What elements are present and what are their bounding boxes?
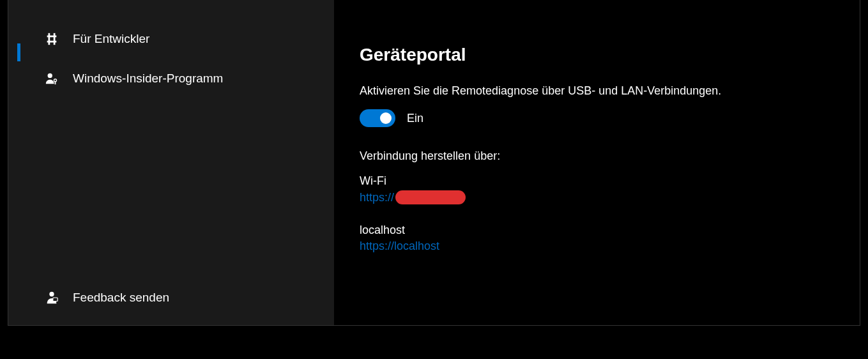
content-pane: Geräteportal Aktivieren Sie die Remotedi… bbox=[334, 0, 860, 325]
sidebar-spacer bbox=[8, 98, 334, 278]
svg-point-5 bbox=[54, 79, 56, 82]
connection-block-wifi: Wi-Fi https:// bbox=[360, 174, 834, 204]
connection-label: localhost bbox=[360, 224, 834, 237]
person-key-icon bbox=[43, 70, 60, 87]
toggle-row: Ein bbox=[360, 109, 834, 127]
sidebar-item-label: Windows-Insider-Programm bbox=[73, 72, 223, 86]
connection-label: Wi-Fi bbox=[360, 174, 834, 188]
svg-rect-3 bbox=[47, 41, 57, 43]
connection-link-row: https:// bbox=[360, 190, 834, 204]
connection-block-localhost: localhost https://localhost bbox=[360, 224, 834, 253]
toggle-state-label: Ein bbox=[407, 112, 423, 125]
toggle-knob bbox=[380, 112, 392, 124]
connection-link-row: https://localhost bbox=[360, 240, 834, 253]
sidebar-footer-feedback[interactable]: Feedback senden bbox=[8, 278, 334, 325]
svg-rect-8 bbox=[53, 298, 57, 302]
developer-icon bbox=[43, 31, 60, 47]
redacted-mark bbox=[395, 190, 466, 204]
svg-rect-1 bbox=[54, 33, 56, 45]
sidebar-item-label: Für Entwickler bbox=[73, 32, 149, 46]
svg-rect-2 bbox=[47, 36, 57, 38]
sidebar-item-for-developers[interactable]: Für Entwickler bbox=[8, 19, 334, 59]
svg-rect-0 bbox=[49, 33, 50, 45]
svg-point-4 bbox=[48, 73, 52, 78]
feedback-icon bbox=[43, 289, 60, 306]
connect-heading: Verbindung herstellen über: bbox=[360, 149, 834, 163]
sidebar-item-windows-insider[interactable]: Windows-Insider-Programm bbox=[8, 59, 334, 98]
settings-window: Für Entwickler Windows-Insider-Programm bbox=[8, 0, 860, 326]
sidebar: Für Entwickler Windows-Insider-Programm bbox=[8, 0, 334, 325]
wifi-url-link[interactable]: https:// bbox=[360, 191, 394, 204]
localhost-url-link[interactable]: https://localhost bbox=[360, 240, 439, 253]
section-title: Geräteportal bbox=[360, 45, 834, 65]
sidebar-footer-label: Feedback senden bbox=[73, 291, 169, 305]
svg-point-7 bbox=[49, 292, 54, 296]
section-description: Aktivieren Sie die Remotediagnose über U… bbox=[360, 84, 834, 98]
device-portal-toggle[interactable] bbox=[360, 109, 395, 127]
svg-rect-6 bbox=[55, 82, 56, 85]
